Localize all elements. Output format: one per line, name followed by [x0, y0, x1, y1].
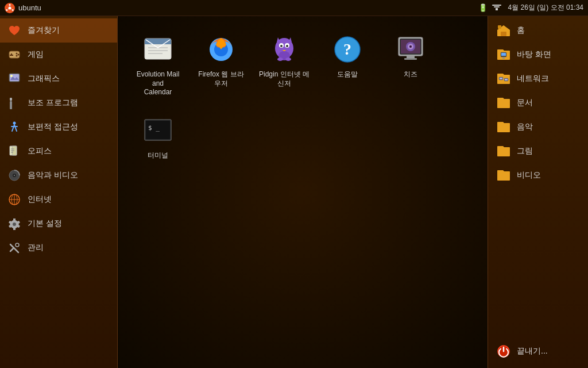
accessibility-icon: [7, 120, 22, 135]
folder-documents-icon: [496, 95, 511, 110]
place-music[interactable]: 음악: [488, 115, 588, 139]
sidebar-label-accessibility: 보편적 접근성: [28, 122, 78, 132]
svg-rect-43: [145, 42, 171, 44]
sidebar-item-favorites[interactable]: 즐겨찾기: [0, 18, 117, 43]
ubuntu-logo-icon: [5, 3, 15, 13]
svg-line-38: [10, 244, 18, 252]
sidebar-label-accessories: 보조 프로그램: [28, 98, 78, 108]
sidebar-label-admin: 관리: [28, 243, 44, 253]
folder-music-icon: [496, 120, 511, 135]
svg-point-20: [10, 75, 13, 77]
cheese-label: 치즈: [404, 70, 417, 79]
sidebar-label-office: 오피스: [28, 146, 52, 156]
evolution-label: Evolution Mail andCalendar: [132, 70, 184, 97]
terminal-icon: $ _: [142, 114, 174, 147]
svg-rect-13: [10, 55, 13, 56]
evolution-icon: [142, 33, 174, 66]
folder-pictures-icon: [496, 144, 511, 159]
svg-point-32: [14, 175, 15, 176]
topbar-right: 🔋 4월 26일 (일) 오전 01:34: [478, 3, 583, 13]
svg-point-16: [16, 55, 18, 57]
topbar: ubuntu 🔋 4월 26일 (일) 오전 01:34: [0, 0, 588, 16]
svg-point-53: [286, 45, 288, 47]
topbar-datetime: 4월 26일 (일) 오전 01:34: [508, 3, 583, 13]
music-icon: [7, 168, 22, 183]
place-home[interactable]: 홈: [488, 18, 588, 43]
sidebar-item-accessibility[interactable]: 보편적 접근성: [0, 115, 117, 139]
place-pictures-label: 그림: [517, 146, 533, 156]
svg-point-64: [409, 45, 412, 48]
svg-rect-76: [500, 78, 502, 79]
svg-rect-9: [494, 6, 500, 7]
topbar-left: ubuntu: [5, 3, 41, 13]
place-videos[interactable]: 비디오: [488, 163, 588, 187]
pidgin-label: Pidgin 인터넷 메신저: [258, 70, 310, 88]
folder-network-icon: [496, 71, 511, 86]
place-music-label: 음악: [517, 122, 533, 132]
app-pidgin[interactable]: Pidgin 인터넷 메신저: [256, 28, 313, 103]
internet-icon: [7, 192, 22, 207]
sidebar-item-settings[interactable]: 기본 설정: [0, 212, 117, 236]
place-network[interactable]: 네트워크: [488, 67, 588, 91]
folder-videos-icon: [496, 168, 511, 183]
app-terminal[interactable]: $ _ 터미널: [129, 109, 187, 166]
svg-rect-71: [498, 25, 501, 29]
topbar-title: ubuntu: [18, 3, 41, 12]
sidebar-label-favorites: 즐겨찾기: [28, 25, 60, 36]
svg-line-39: [10, 248, 14, 251]
svg-rect-70: [501, 32, 506, 36]
app-help[interactable]: ? 도움말: [319, 28, 376, 103]
place-documents[interactable]: 문서: [488, 91, 588, 115]
pidgin-icon: [268, 33, 300, 66]
sidebar-item-graphics[interactable]: 그래픽스: [0, 67, 117, 91]
folder-home-icon: [496, 23, 511, 38]
place-desktop-label: 바탕 화면: [517, 49, 551, 60]
sidebar-item-accessories[interactable]: 보조 프로그램: [0, 91, 117, 115]
app-cheese[interactable]: 치즈: [382, 28, 439, 103]
shutdown-button[interactable]: 끝내기...: [488, 339, 588, 363]
svg-rect-8: [496, 8, 498, 10]
svg-rect-66: [404, 58, 417, 60]
help-icon: ?: [331, 33, 363, 66]
firefox-icon: [205, 33, 237, 66]
place-desktop[interactable]: 바탕 화면: [488, 43, 588, 67]
shutdown-icon: [496, 344, 511, 359]
sidebar-item-internet[interactable]: 인터넷: [0, 187, 117, 212]
svg-text:?: ?: [343, 40, 351, 58]
svg-point-40: [16, 243, 19, 247]
sidebar-item-admin[interactable]: 관리: [0, 236, 117, 260]
sidebar-item-music-video[interactable]: 음악과 비디오: [0, 163, 117, 187]
folder-desktop-icon: [496, 47, 511, 62]
sidebar-item-games[interactable]: 게임: [0, 43, 117, 67]
svg-text:$ _: $ _: [148, 124, 160, 132]
accessories-icon: [7, 95, 22, 110]
place-network-label: 네트워크: [517, 74, 549, 84]
place-home-label: 홈: [517, 25, 525, 36]
svg-point-56: [285, 57, 291, 61]
svg-rect-10: [492, 5, 501, 6]
svg-point-14: [16, 53, 18, 55]
sidebar-item-office[interactable]: 오피스: [0, 139, 117, 163]
app-evolution[interactable]: Evolution Mail andCalendar: [129, 28, 187, 103]
svg-point-4: [6, 9, 7, 11]
sidebar-label-music-video: 음악과 비디오: [28, 170, 78, 181]
firefox-label: Firefox 웹 브라우저: [195, 70, 247, 88]
app-firefox[interactable]: Firefox 웹 브라우저: [192, 28, 250, 103]
svg-point-15: [18, 54, 20, 56]
main-layout: 즐겨찾기 게임: [0, 16, 588, 368]
settings-icon: [7, 216, 22, 231]
place-pictures[interactable]: 그림: [488, 139, 588, 163]
svg-point-2: [9, 4, 11, 6]
places-panel: 홈 바탕 화면: [488, 16, 588, 368]
svg-rect-22: [10, 98, 12, 101]
svg-point-37: [13, 223, 16, 226]
svg-point-24: [13, 122, 16, 125]
heart-icon: [7, 23, 22, 38]
admin-icon: [7, 240, 22, 255]
network-icon: [492, 3, 501, 12]
svg-rect-74: [502, 57, 505, 59]
svg-rect-78: [505, 79, 508, 80]
sidebar: 즐겨찾기 게임: [0, 16, 118, 368]
svg-rect-65: [407, 56, 415, 58]
graphics-icon: [7, 71, 22, 86]
